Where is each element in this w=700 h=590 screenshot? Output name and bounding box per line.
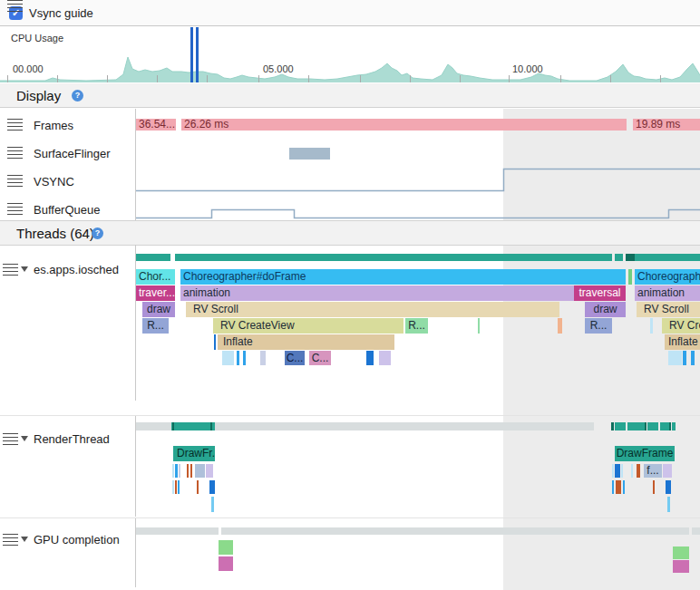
trace-bar[interactable] <box>179 464 180 478</box>
trace-bar[interactable] <box>616 480 621 494</box>
thread-state-segment[interactable] <box>172 422 174 430</box>
thread-state-segment[interactable] <box>611 422 614 430</box>
trace-bar[interactable] <box>214 334 216 350</box>
trace-bar[interactable] <box>558 318 562 334</box>
trace-bar[interactable]: R... <box>585 318 612 334</box>
trace-bar[interactable] <box>243 351 246 365</box>
thread-state-segment[interactable] <box>647 422 658 430</box>
trace-bar[interactable] <box>175 464 178 478</box>
thread-state-segment[interactable] <box>615 254 623 261</box>
thread-state-segment[interactable] <box>660 422 669 430</box>
frame-bar[interactable]: 36.54... <box>136 119 176 131</box>
trace-bar[interactable] <box>187 464 189 478</box>
thread-state-segment[interactable] <box>221 527 689 535</box>
trace-bar[interactable]: animation <box>180 285 574 301</box>
thread-state-segment[interactable] <box>171 422 215 430</box>
thread-state-segment[interactable] <box>669 422 671 430</box>
trace-bar[interactable]: C... <box>285 351 305 365</box>
trace-bar[interactable] <box>666 480 671 494</box>
frame-bar[interactable]: 26.26 ms <box>181 119 627 131</box>
trace-bar[interactable] <box>478 318 480 334</box>
gpu-completion-collapse-arrow[interactable] <box>21 537 28 542</box>
trace-bar[interactable]: Choreographer#doFrame <box>635 269 700 285</box>
thread-state-segment[interactable] <box>136 527 219 535</box>
trace-bar[interactable] <box>637 464 640 478</box>
trace-bar[interactable] <box>206 464 213 478</box>
gpu-event[interactable] <box>673 546 689 559</box>
frame-bar[interactable]: 19.89 ms <box>633 119 700 131</box>
trace-bar[interactable] <box>612 480 614 494</box>
trace-bar[interactable] <box>667 497 670 512</box>
trace-bar[interactable]: DrawFr... <box>173 446 215 461</box>
trace-bar[interactable] <box>197 480 199 494</box>
trace-bar[interactable] <box>195 464 205 478</box>
trace-bar[interactable] <box>366 351 374 365</box>
iosched-drag-handle[interactable] <box>3 264 18 276</box>
trace-bar[interactable] <box>172 480 174 494</box>
trace-bar[interactable]: Inflate <box>665 334 700 350</box>
trace-bar[interactable] <box>612 464 614 478</box>
trace-bar[interactable]: RV CreateView <box>213 318 403 334</box>
thread-state-segment[interactable] <box>626 254 635 261</box>
trace-bar[interactable]: RV Crea... <box>662 318 700 334</box>
surfaceflinger-bar[interactable] <box>289 148 330 160</box>
gpu-event[interactable] <box>673 560 689 573</box>
bufferqueue-drag-handle[interactable] <box>7 0 23 12</box>
trace-bar[interactable] <box>653 480 655 494</box>
trace-bar[interactable]: R... <box>405 318 428 334</box>
thread-state-segment[interactable] <box>672 422 676 430</box>
renderthread-drag-handle[interactable] <box>3 433 18 445</box>
trace-bar[interactable] <box>175 480 177 494</box>
gpu-event[interactable] <box>219 540 233 555</box>
trace-bar[interactable]: R... <box>142 318 169 334</box>
trace-bar[interactable]: draw <box>585 302 626 317</box>
trace-bar[interactable]: Chor... <box>136 269 175 285</box>
thread-state-segment[interactable] <box>692 527 700 535</box>
frames-drag-handle[interactable] <box>7 119 23 131</box>
trace-bar[interactable] <box>668 351 682 365</box>
trace-bar[interactable] <box>222 351 234 365</box>
trace-bar[interactable] <box>178 480 180 494</box>
trace-bar[interactable] <box>621 464 623 478</box>
trace-bar[interactable] <box>623 480 625 494</box>
trace-bar[interactable] <box>615 464 620 478</box>
trace-bar[interactable] <box>631 464 633 478</box>
trace-bar[interactable]: RV Scroll <box>186 302 559 317</box>
thread-state-segment[interactable] <box>627 422 645 430</box>
gpu-completion-drag-handle[interactable] <box>3 534 18 546</box>
trace-bar[interactable]: Choreographer#doFrame <box>180 269 626 285</box>
trace-bar[interactable] <box>683 351 686 365</box>
surfaceflinger-drag-handle[interactable] <box>7 147 23 159</box>
trace-bar[interactable]: traversal <box>574 285 626 301</box>
thread-state-segment[interactable] <box>210 422 212 430</box>
trace-bar[interactable] <box>211 497 214 512</box>
trace-bar[interactable] <box>209 480 215 494</box>
trace-bar[interactable]: DrawFrame <box>615 446 675 461</box>
trace-bar[interactable]: f... <box>644 464 662 478</box>
iosched-collapse-arrow[interactable] <box>21 266 28 272</box>
trace-bar[interactable] <box>172 464 174 478</box>
trace-bar[interactable] <box>237 351 239 365</box>
bufferqueue-drag-handle[interactable] <box>7 203 23 215</box>
trace-bar[interactable]: animation <box>635 285 700 301</box>
threads-help-icon[interactable]: ? <box>92 227 103 239</box>
thread-state-segment[interactable] <box>645 422 647 430</box>
trace-bar[interactable]: C... <box>309 351 331 365</box>
gpu-event[interactable] <box>219 556 233 571</box>
vsync-drag-handle[interactable] <box>7 175 23 187</box>
thread-state-segment[interactable] <box>136 254 170 261</box>
trace-bar[interactable]: Inflate <box>218 334 394 350</box>
trace-bar[interactable] <box>691 351 695 365</box>
trace-bar[interactable] <box>663 464 672 478</box>
thread-state-segment[interactable] <box>635 254 700 261</box>
trace-bar[interactable]: draw <box>142 302 175 317</box>
trace-bar[interactable]: RV Scroll <box>637 302 700 317</box>
trace-bar[interactable]: traver... <box>136 285 175 301</box>
thread-state-segment[interactable] <box>175 254 612 261</box>
renderthread-collapse-arrow[interactable] <box>21 436 28 441</box>
trace-bar[interactable] <box>628 269 632 285</box>
trace-bar[interactable] <box>260 351 266 365</box>
trace-bar[interactable] <box>379 351 391 365</box>
thread-state-segment[interactable] <box>615 422 626 430</box>
trace-bar[interactable] <box>190 464 192 478</box>
